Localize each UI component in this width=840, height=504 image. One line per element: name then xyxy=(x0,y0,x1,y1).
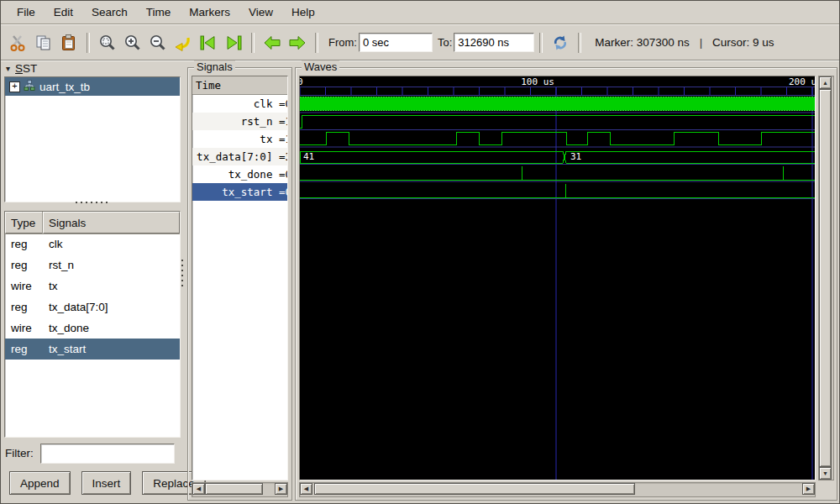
sst-buttons: Append Insert Replace xyxy=(1,471,182,495)
menu-time[interactable]: Time xyxy=(137,3,181,22)
hierarchy-icon xyxy=(24,80,35,93)
signals-panel: Signals Time clk =0 rst_n =1 tx =1 tx_da… xyxy=(187,67,292,501)
svg-text:100 us: 100 us xyxy=(521,76,554,87)
toolbar-separator xyxy=(87,33,90,53)
column-header-signals[interactable]: Signals xyxy=(43,212,180,234)
signals-list: Time clk =0 rst_n =1 tx =1 tx_data[7:0] … xyxy=(192,76,288,480)
scrollbar-thumb[interactable] xyxy=(205,483,263,495)
waves-panel-title: Waves xyxy=(302,60,339,73)
signals-panel-title: Signals xyxy=(194,60,235,73)
toolbar-separator xyxy=(578,33,581,53)
reload-icon[interactable] xyxy=(549,32,571,54)
signal-row-tx-done[interactable]: tx_done =0 xyxy=(192,165,287,183)
to-label: To: xyxy=(438,36,452,49)
scroll-left-icon[interactable]: ◀ xyxy=(192,483,205,495)
copy-icon[interactable] xyxy=(33,32,55,54)
table-row-tx[interactable]: wiretx xyxy=(5,276,180,297)
insert-button[interactable]: Insert xyxy=(81,471,132,495)
zoom-undo-icon[interactable] xyxy=(172,32,194,54)
cut-icon[interactable] xyxy=(8,32,29,54)
gtkwave-window: File Edit Search Time Markers View Help xyxy=(0,0,840,504)
vertical-splitter-handle[interactable] xyxy=(181,260,183,286)
table-row-tx-done[interactable]: wiretx_done xyxy=(5,318,180,339)
menu-help[interactable]: Help xyxy=(282,3,324,22)
shift-right-icon[interactable] xyxy=(286,32,308,54)
menu-view[interactable]: View xyxy=(239,3,282,22)
signal-row-tx-start[interactable]: tx_start =0 xyxy=(192,183,287,201)
table-row-tx-data[interactable]: regtx_data[7:0] xyxy=(5,297,180,318)
menu-edit[interactable]: Edit xyxy=(45,3,82,22)
horizontal-splitter-handle[interactable] xyxy=(1,202,182,203)
sst-title: SST xyxy=(15,62,37,75)
shift-left-icon[interactable] xyxy=(261,32,283,54)
menu-search[interactable]: Search xyxy=(82,3,137,22)
signal-row-clk[interactable]: clk =0 xyxy=(192,95,287,113)
append-button[interactable]: Append xyxy=(9,471,71,495)
expander-icon[interactable]: + xyxy=(9,81,20,92)
scroll-left-icon[interactable]: ◀ xyxy=(300,483,312,495)
toolbar: From: To: Marker: 307300 ns | Cursor: 9 … xyxy=(1,25,839,60)
toolbar-separator xyxy=(539,33,543,53)
scroll-up-icon[interactable]: ▲ xyxy=(819,76,832,89)
paste-icon[interactable] xyxy=(58,32,80,54)
from-input[interactable] xyxy=(359,33,433,52)
column-header-type[interactable]: Type xyxy=(5,212,43,234)
filter-label: Filter: xyxy=(5,447,34,459)
scroll-down-icon[interactable]: ▼ xyxy=(819,467,832,480)
tree-item-uart-tx-tb[interactable]: + uart_tx_tb xyxy=(5,77,180,96)
find-prev-edge-icon[interactable] xyxy=(197,32,219,54)
to-input[interactable] xyxy=(454,33,534,52)
zoom-out-icon[interactable] xyxy=(147,32,169,54)
table-row-rst-n[interactable]: regrst_n xyxy=(5,255,180,276)
cursor-status: Cursor: 9 us xyxy=(712,36,774,49)
signals-horizontal-scrollbar[interactable]: ◀ ▶ xyxy=(192,482,288,497)
svg-text:200 us: 200 us xyxy=(789,76,816,87)
scroll-right-icon[interactable]: ▶ xyxy=(802,483,815,495)
signal-row-tx-data[interactable]: tx_data[7:0] =3 xyxy=(192,148,287,165)
status-separator: | xyxy=(700,36,703,49)
toolbar-separator xyxy=(251,33,255,53)
svg-text:0: 0 xyxy=(300,76,303,87)
sst-header[interactable]: ▾ SST xyxy=(6,62,37,75)
scrollbar-thumb[interactable] xyxy=(819,89,832,467)
collapse-arrow-icon[interactable]: ▾ xyxy=(6,64,10,73)
table-row-clk[interactable]: regclk xyxy=(5,234,180,255)
svg-text:41: 41 xyxy=(303,151,314,162)
zoom-in-icon[interactable] xyxy=(122,32,144,54)
waves-vertical-scrollbar[interactable]: ▲ ▼ xyxy=(818,76,834,480)
marker-cursor-status: Marker: 307300 ns | Cursor: 9 us xyxy=(595,36,774,49)
filter-input[interactable] xyxy=(40,444,175,464)
menu-markers[interactable]: Markers xyxy=(180,3,239,22)
scrollbar-thumb[interactable] xyxy=(314,483,635,495)
time-header[interactable]: Time xyxy=(192,76,287,95)
table-row-tx-start[interactable]: regtx_start xyxy=(5,339,180,360)
from-label: From: xyxy=(328,36,357,49)
tree-item-label: uart_tx_tb xyxy=(39,81,90,93)
filter-row: Filter: xyxy=(1,444,182,465)
signal-type-table: Type Signals regclk regrst_n wiretx regt… xyxy=(4,211,181,438)
table-header: Type Signals xyxy=(5,212,180,234)
sst-tree: + uart_tx_tb xyxy=(4,76,181,202)
waves-panel: Waves 41310100 us200 us ▲ ▼ ◀ ▶ xyxy=(295,67,837,501)
waves-horizontal-scrollbar[interactable]: ◀ ▶ xyxy=(299,482,816,497)
signal-row-tx[interactable]: tx =1 xyxy=(192,130,287,148)
marker-status: Marker: 307300 ns xyxy=(595,36,690,49)
signal-row-rst-n[interactable]: rst_n =1 xyxy=(192,113,287,130)
menu-bar: File Edit Search Time Markers View Help xyxy=(1,1,839,24)
scroll-right-icon[interactable]: ▶ xyxy=(275,483,287,495)
find-next-edge-icon[interactable] xyxy=(223,32,244,54)
zoom-fit-icon[interactable] xyxy=(97,32,118,54)
waveform-svg: 41310100 us200 us xyxy=(300,76,816,480)
menu-file[interactable]: File xyxy=(8,3,45,22)
toolbar-separator xyxy=(315,33,318,53)
svg-text:31: 31 xyxy=(570,151,581,162)
waveform-canvas[interactable]: 41310100 us200 us xyxy=(299,76,816,480)
